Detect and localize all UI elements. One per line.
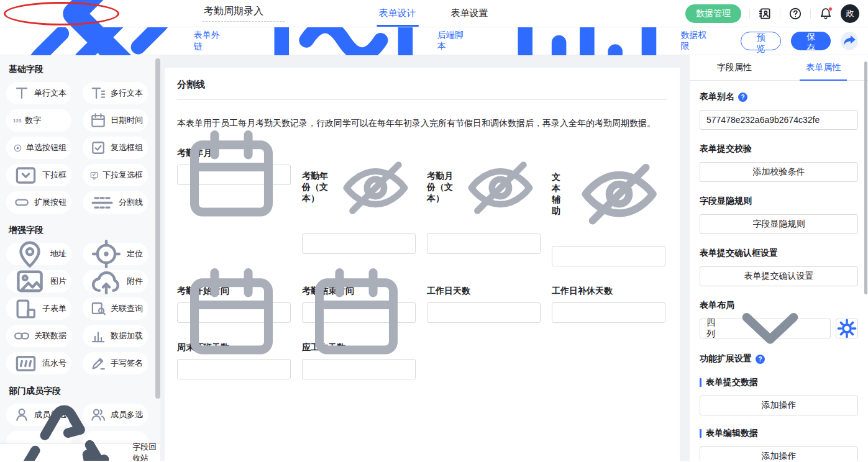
field-item-extend-button[interactable]: 扩展按钮 [6,191,71,214]
fields-grid: 考勤年月考勤年份（文本）考勤月份（文本）文本辅助考勤开始时间考勤结束时间工作日天… [177,148,667,379]
add-action-button-submit[interactable]: 添加操作 [700,396,858,415]
data-permission-label: 数据权限 [680,30,714,52]
field-item-subform[interactable]: 子表单 [6,297,71,320]
bell-icon[interactable] [819,7,833,20]
data-manage-button[interactable]: 数据管理 [685,4,741,23]
field-item-checkbox-group[interactable]: 复选框组 [83,137,148,159]
field-input[interactable] [552,302,665,323]
recycle-label: 字段回收站 [132,442,160,461]
field-item-image[interactable]: 图片 [6,270,71,292]
field-input[interactable] [427,233,541,254]
multiselect-icon [89,171,99,180]
form-field[interactable]: 工作日天数 [427,286,541,323]
field-input[interactable] [177,359,291,379]
field-item-multi-line-text[interactable]: 多行文本 [83,82,148,104]
field-item-address[interactable]: 地址 [6,243,71,265]
textarea-icon [89,84,107,102]
help-circle-icon[interactable]: ? [738,93,747,102]
form-field[interactable]: 文本辅助 [552,148,665,266]
form-title[interactable]: 考勤周期录入 [203,6,285,22]
preview-button[interactable]: 预览 [741,32,782,50]
extension-settings-title: 功能扩展设置 [700,353,752,365]
section-title-basic-fields: 基础字段 [9,64,149,75]
field-item-radio-group[interactable]: 单选按钮组 [6,137,71,159]
share-button[interactable] [841,32,858,50]
field-item-divider[interactable]: 分割线 [83,191,148,214]
field-item-location[interactable]: 定位 [83,243,148,265]
contacts-icon[interactable] [758,7,772,20]
edit-data-subtitle: 表单编辑数据 [700,428,858,439]
chart-icon [89,327,107,345]
field-input[interactable] [302,359,416,379]
field-input[interactable] [177,165,291,185]
button-icon [13,194,30,211]
field-input[interactable] [427,302,541,323]
form-canvas: 分割线 本表单用于员工每月考勤天数记录，行政同学可以在每年年初录入完所有节假日和… [160,55,690,461]
field-item-dropdown[interactable]: 下拉框 [6,164,71,186]
field-label: 考勤月份（文本） [427,171,457,204]
calendar-icon [178,259,285,366]
radio-icon [13,143,22,153]
field-label: 考勤年份（文本） [302,171,332,204]
form-field[interactable]: 考勤年份（文本） [302,148,416,266]
field-item-serial-number[interactable]: 流水号 [6,352,71,374]
signature-icon [89,355,107,372]
tab-form-design[interactable]: 表单设计 [379,0,416,27]
serial-icon [13,351,39,376]
divider [780,9,780,19]
tab-form-properties[interactable]: 表单属性 [779,55,868,80]
field-item-number[interactable]: 123数字 [6,109,71,132]
form-designer-app: 考勤周期录入 表单设计 表单设置 数据管理 政 表单外链 后端脚本 数据权限 预… [0,0,868,462]
form-field[interactable]: 考勤结束时间 [302,286,416,323]
field-item-multi-dropdown[interactable]: 下拉复选框 [83,164,148,186]
tab-form-settings[interactable]: 表单设置 [451,0,488,27]
eye-off-icon [573,148,665,240]
field-label: 工作日天数 [427,286,470,297]
help-circle-icon[interactable]: ? [756,355,765,364]
field-item-data-load[interactable]: 数据加载 [83,325,148,347]
add-action-button-edit[interactable]: 添加操作 [700,446,858,461]
sidebar-scrollbar[interactable] [155,58,160,399]
field-recycle-bin-button[interactable]: 字段回收站 [0,443,160,461]
form-field[interactable]: 考勤年月 [177,148,291,266]
top-bar: 考勤周期录入 表单设计 表单设置 数据管理 政 [0,0,868,27]
help-icon[interactable] [788,7,802,20]
field-item-linked-lookup[interactable]: 关联查询 [83,297,148,320]
field-label: 文本辅助 [552,172,569,217]
field-item-signature[interactable]: 手写签名 [83,352,148,374]
field-input[interactable] [302,302,416,323]
field-input[interactable] [177,302,291,323]
field-input[interactable] [552,246,665,266]
form-field[interactable]: 考勤开始时间 [177,286,291,323]
recycle-icon [0,388,128,461]
field-item-linked-data[interactable]: 关联数据 [6,325,71,347]
lookup-icon [89,300,107,317]
submit-validation-title: 表单提交校验 [700,143,858,155]
field-visibility-button[interactable]: 字段显隐规则 [700,214,858,234]
layout-select[interactable]: 四列 [700,319,831,338]
subform-icon [13,296,39,322]
divider [810,9,811,19]
form-alias-input[interactable] [700,110,858,130]
text-icon [13,84,30,102]
layout-settings-button[interactable] [836,319,858,338]
eye-off-icon [336,148,416,228]
add-validation-button[interactable]: 添加校验条件 [700,162,858,182]
field-item-datetime[interactable]: 日期时间 [83,109,148,132]
select-icon [13,163,39,188]
backend-script-label: 后端脚本 [437,30,471,52]
tab-field-properties[interactable]: 字段属性 [690,55,779,80]
divider [749,9,750,19]
field-item-attachment[interactable]: 附件 [83,270,148,292]
panel-scrollbar[interactable] [864,61,867,294]
form-field[interactable]: 工作日补休天数 [552,286,665,323]
form-field[interactable]: 考勤月份（文本） [427,148,541,266]
field-input[interactable] [302,233,416,254]
save-button[interactable]: 保存 [791,32,831,50]
field-item-single-line-text[interactable]: 单行文本 [6,82,71,104]
calendar-icon [89,112,107,129]
attachment-icon [89,265,123,298]
avatar[interactable]: 政 [841,4,859,23]
field-label: 工作日补休天数 [552,286,613,297]
layout-select-value: 四列 [706,317,716,340]
